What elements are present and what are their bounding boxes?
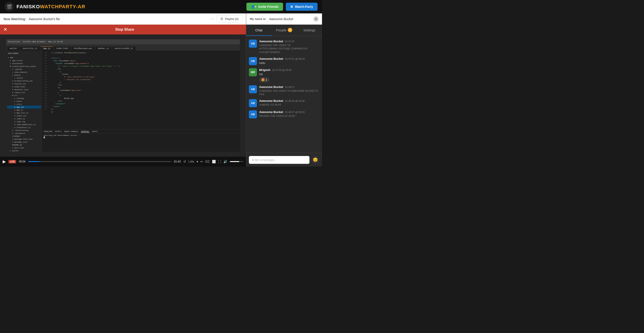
watchparty-icon: ⚙ [290, 5, 293, 9]
avatar: AB [249, 57, 257, 65]
message-sender-name: Awesome Bucket [259, 85, 283, 89]
control-icons: ↺ 1.00x ▾ ↩ CC ⬜ ⛶ 🔊 [183, 160, 227, 163]
stop-share-label[interactable]: Stop Share [7, 28, 242, 32]
cc-icon[interactable]: CC [205, 160, 210, 163]
refresh-icon[interactable]: ↺ [183, 160, 186, 163]
emoji-button[interactable]: 😊 [311, 156, 319, 164]
vscode-titlebar: Activities Firefox Web Browser May 14 15… [6, 39, 240, 44]
chat-input[interactable] [249, 156, 310, 164]
vscode-file-indexhtml: # index.html [7, 85, 41, 88]
stop-share-close[interactable]: ✕ [4, 27, 7, 32]
message-sender-name: Awesome Bucket [259, 57, 283, 61]
vscode-terminal-tabs: PROBLEMS OUTPUT DEBUG CONSOLE TERMINAL P… [44, 130, 238, 133]
message-body: Mrigesh01:47:55 @ 00:02hiii😍 1 [259, 68, 319, 82]
message-time: 01:48:27 [285, 86, 294, 88]
next-video-arrow[interactable]: → [210, 17, 214, 21]
message-header: Awesome Bucket01:48:27 [259, 85, 319, 89]
terminal-cursor: █ [44, 136, 238, 138]
avatar: AB [249, 99, 257, 107]
pip-icon[interactable]: ⬜ [212, 160, 216, 163]
vscode-code-area: 4344454647484950515253545556575859606162… [42, 51, 240, 129]
message-header: Awesome Bucket01:48:37 @ 00:03 [259, 110, 319, 114]
vscode-file-blockchain: ▸ blockchain [7, 62, 41, 65]
vscode-file-packagejson: # package.json [7, 141, 41, 143]
terminal-tab-ports[interactable]: PORTS [92, 130, 98, 133]
tab-settings[interactable]: Settings [297, 25, 322, 36]
header-buttons: 👤+ Invite Friends ⚙ Watch:Party [246, 3, 318, 11]
play-button[interactable]: ▶ [3, 159, 6, 164]
message-text: hello [259, 61, 319, 65]
terminal-tab-problems[interactable]: PROBLEMS [44, 130, 52, 133]
vscode-file-indexcss: # index.css [7, 114, 41, 117]
vscode-file-wallet: ▸ wallet [7, 149, 41, 152]
vscode-file-reportweb: # reportWebVitals.js [7, 123, 41, 126]
volume-icon[interactable]: 🔊 [224, 160, 227, 163]
vscode-file-appclient: ▸ app-client [7, 59, 41, 62]
vscode-tab-index[interactable]: index.html [54, 47, 71, 51]
avatar: AB [249, 40, 257, 48]
vscode-code: if (client) fetchAccount(client); return… [48, 51, 240, 129]
message-body: Awesome Bucket01:48:37 @ 00:03PAUSED THE… [259, 110, 319, 118]
vscode-file-apptestjs: # App.test.js [7, 111, 41, 114]
now-watching-bar: Now Watching: Awesome Bucket's file → ☰ … [0, 14, 246, 25]
vscode-tab-pool[interactable]: PoolMaximum.aes [71, 47, 95, 51]
message-text: hiii [259, 72, 319, 76]
vscode-tab-aeternity[interactable]: aeternity.js [20, 47, 40, 51]
vscode-file-static: ▸ static [7, 77, 41, 80]
tab-people[interactable]: People 2 [272, 25, 297, 36]
vscode-tab-sdk[interactable]: aeternitySDK.js [112, 47, 136, 51]
vscode-file-nodemodules: ▸ node_modules [7, 71, 41, 74]
chat-message-6: ABAwesome Bucket01:48:37 @ 00:03PAUSED T… [249, 110, 319, 118]
current-time: 00:04 [19, 160, 26, 163]
message-sender-name: Awesome Bucket [259, 40, 283, 43]
vscode-file-gitignore: # .gitignore [7, 132, 41, 135]
invite-friends-button[interactable]: 👤+ Invite Friends [246, 3, 283, 11]
vscode-tab-wallet[interactable]: wallet [7, 47, 20, 51]
vscode-terminal: PROBLEMS OUTPUT DEBUG CONSOLE TERMINAL P… [42, 129, 240, 152]
progress-fill [28, 161, 40, 162]
invite-label: Invite Friends [258, 5, 278, 9]
message-body: Awesome Bucket01:47:51 @ 00:03hello [259, 57, 319, 65]
tab-people-label: People [276, 28, 286, 32]
video-area: Now Watching: Awesome Bucket's file → ☰ … [0, 14, 246, 167]
fullscreen-icon[interactable]: ⛶ [218, 160, 221, 163]
vscode-file-utils: ▸ utils [7, 103, 41, 106]
chat-message-5: ABAwesome Bucket01:48:36 @ 00:09JUMPED T… [249, 99, 319, 107]
vscode-tab-appjs[interactable]: App.js [40, 46, 53, 51]
vscode-file-browserconfig: # browserconfig.xml [7, 80, 41, 82]
avatar: MR [249, 68, 257, 76]
vscode-date: May 14 15:04 [48, 41, 63, 43]
message-header: Mrigesh01:47:55 @ 00:02 [259, 68, 319, 72]
message-text: PAUSED THE VIDEO AT 00:03 [259, 114, 319, 118]
volume-fill [230, 161, 239, 162]
volume-bar[interactable] [230, 161, 243, 162]
playlist-button[interactable]: ☰ Playlist (0) [217, 15, 242, 23]
screen-share-preview: Activities Firefox Web Browser May 14 15… [0, 35, 246, 157]
watchparty-button[interactable]: ⚙ Watch:Party [286, 3, 318, 11]
vscode-file-packagelock: # package-lock.json [7, 138, 41, 141]
chat-message-4: ABAwesome Bucket01:48:27CHANGED THE VIDE… [249, 85, 319, 96]
tab-chat[interactable]: Chat [246, 25, 272, 36]
vscode-tabs: wallet aeternity.js App.js index.html Po… [6, 44, 240, 51]
vscode-file-src: ▼ src [7, 94, 41, 97]
chat-messages: ABAwesome Bucket01:47:47CHANGED THE VIDE… [246, 36, 322, 153]
playlist-label: Playlist (0) [225, 17, 238, 21]
header: 🎬 FANISKOWATCHPARTY-AR 👤+ Invite Friends… [0, 0, 322, 14]
vscode-file-manifest: # manifest.json [7, 88, 41, 91]
replay-icon[interactable]: ↩ [200, 160, 203, 163]
progress-bar[interactable] [28, 161, 171, 162]
vscode-file-favicon: # favicon.ico [7, 82, 41, 85]
chat-input-area: 😊 [246, 153, 322, 167]
message-reaction[interactable]: 😍 1 [259, 77, 269, 82]
duration: 01:43 [174, 160, 181, 163]
zoom-down-icon[interactable]: ▾ [196, 160, 198, 163]
terminal-tab-terminal[interactable]: TERMINAL [81, 130, 89, 133]
vscode-tab-navbar[interactable]: Navbar.js [95, 47, 112, 51]
my-name-clear-button[interactable]: ✕ [314, 17, 318, 22]
terminal-tab-debug[interactable]: DEBUG CONSOLE [64, 130, 78, 133]
avatar: AB [249, 85, 257, 93]
terminal-tab-output[interactable]: OUTPUT [55, 130, 62, 133]
panel-tabs: Chat People 2 Settings [246, 25, 322, 36]
vscode-line-numbers: 4344454647484950515253545556575859606162… [42, 51, 48, 129]
my-name-input[interactable] [269, 17, 311, 21]
